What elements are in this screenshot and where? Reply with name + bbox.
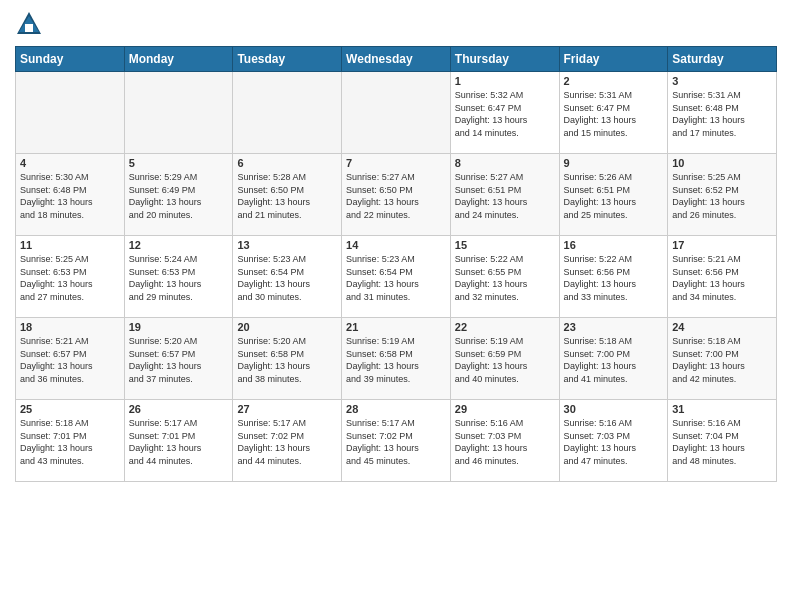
calendar-cell: 8Sunrise: 5:27 AM Sunset: 6:51 PM Daylig… [450,154,559,236]
day-number: 21 [346,321,446,333]
day-number: 9 [564,157,664,169]
day-info: Sunrise: 5:25 AM Sunset: 6:52 PM Dayligh… [672,171,772,221]
calendar-cell: 10Sunrise: 5:25 AM Sunset: 6:52 PM Dayli… [668,154,777,236]
calendar-cell: 2Sunrise: 5:31 AM Sunset: 6:47 PM Daylig… [559,72,668,154]
day-number: 25 [20,403,120,415]
calendar-cell [342,72,451,154]
calendar-cell: 28Sunrise: 5:17 AM Sunset: 7:02 PM Dayli… [342,400,451,482]
day-number: 7 [346,157,446,169]
calendar-cell: 20Sunrise: 5:20 AM Sunset: 6:58 PM Dayli… [233,318,342,400]
day-info: Sunrise: 5:20 AM Sunset: 6:58 PM Dayligh… [237,335,337,385]
calendar-table: SundayMondayTuesdayWednesdayThursdayFrid… [15,46,777,482]
day-number: 5 [129,157,229,169]
day-number: 22 [455,321,555,333]
day-info: Sunrise: 5:16 AM Sunset: 7:04 PM Dayligh… [672,417,772,467]
day-number: 17 [672,239,772,251]
day-info: Sunrise: 5:26 AM Sunset: 6:51 PM Dayligh… [564,171,664,221]
day-number: 11 [20,239,120,251]
day-info: Sunrise: 5:16 AM Sunset: 7:03 PM Dayligh… [455,417,555,467]
svg-rect-2 [25,24,33,32]
day-info: Sunrise: 5:17 AM Sunset: 7:02 PM Dayligh… [346,417,446,467]
calendar-cell: 5Sunrise: 5:29 AM Sunset: 6:49 PM Daylig… [124,154,233,236]
day-number: 4 [20,157,120,169]
calendar-cell: 15Sunrise: 5:22 AM Sunset: 6:55 PM Dayli… [450,236,559,318]
day-info: Sunrise: 5:31 AM Sunset: 6:47 PM Dayligh… [564,89,664,139]
weekday-header-thursday: Thursday [450,47,559,72]
calendar-cell: 23Sunrise: 5:18 AM Sunset: 7:00 PM Dayli… [559,318,668,400]
day-number: 29 [455,403,555,415]
day-number: 24 [672,321,772,333]
day-number: 20 [237,321,337,333]
calendar-cell [233,72,342,154]
day-info: Sunrise: 5:31 AM Sunset: 6:48 PM Dayligh… [672,89,772,139]
logo-icon [15,10,43,38]
calendar-cell: 7Sunrise: 5:27 AM Sunset: 6:50 PM Daylig… [342,154,451,236]
day-info: Sunrise: 5:21 AM Sunset: 6:56 PM Dayligh… [672,253,772,303]
calendar-cell: 29Sunrise: 5:16 AM Sunset: 7:03 PM Dayli… [450,400,559,482]
calendar-cell: 3Sunrise: 5:31 AM Sunset: 6:48 PM Daylig… [668,72,777,154]
calendar-week-5: 25Sunrise: 5:18 AM Sunset: 7:01 PM Dayli… [16,400,777,482]
calendar-cell: 22Sunrise: 5:19 AM Sunset: 6:59 PM Dayli… [450,318,559,400]
calendar-cell: 26Sunrise: 5:17 AM Sunset: 7:01 PM Dayli… [124,400,233,482]
day-number: 3 [672,75,772,87]
calendar-week-1: 1Sunrise: 5:32 AM Sunset: 6:47 PM Daylig… [16,72,777,154]
calendar-cell: 24Sunrise: 5:18 AM Sunset: 7:00 PM Dayli… [668,318,777,400]
calendar-cell: 25Sunrise: 5:18 AM Sunset: 7:01 PM Dayli… [16,400,125,482]
day-info: Sunrise: 5:21 AM Sunset: 6:57 PM Dayligh… [20,335,120,385]
calendar-cell: 12Sunrise: 5:24 AM Sunset: 6:53 PM Dayli… [124,236,233,318]
weekday-header-wednesday: Wednesday [342,47,451,72]
calendar-cell: 4Sunrise: 5:30 AM Sunset: 6:48 PM Daylig… [16,154,125,236]
calendar-cell: 21Sunrise: 5:19 AM Sunset: 6:58 PM Dayli… [342,318,451,400]
day-number: 10 [672,157,772,169]
day-info: Sunrise: 5:23 AM Sunset: 6:54 PM Dayligh… [346,253,446,303]
day-number: 23 [564,321,664,333]
calendar-cell: 17Sunrise: 5:21 AM Sunset: 6:56 PM Dayli… [668,236,777,318]
calendar-cell: 14Sunrise: 5:23 AM Sunset: 6:54 PM Dayli… [342,236,451,318]
calendar-cell: 27Sunrise: 5:17 AM Sunset: 7:02 PM Dayli… [233,400,342,482]
day-info: Sunrise: 5:17 AM Sunset: 7:02 PM Dayligh… [237,417,337,467]
calendar-cell: 18Sunrise: 5:21 AM Sunset: 6:57 PM Dayli… [16,318,125,400]
day-info: Sunrise: 5:29 AM Sunset: 6:49 PM Dayligh… [129,171,229,221]
page-container: SundayMondayTuesdayWednesdayThursdayFrid… [0,0,792,492]
day-info: Sunrise: 5:20 AM Sunset: 6:57 PM Dayligh… [129,335,229,385]
day-number: 6 [237,157,337,169]
day-number: 16 [564,239,664,251]
calendar-cell: 16Sunrise: 5:22 AM Sunset: 6:56 PM Dayli… [559,236,668,318]
calendar-cell: 6Sunrise: 5:28 AM Sunset: 6:50 PM Daylig… [233,154,342,236]
calendar-cell: 19Sunrise: 5:20 AM Sunset: 6:57 PM Dayli… [124,318,233,400]
day-number: 19 [129,321,229,333]
calendar-header: SundayMondayTuesdayWednesdayThursdayFrid… [16,47,777,72]
day-info: Sunrise: 5:27 AM Sunset: 6:51 PM Dayligh… [455,171,555,221]
calendar-cell: 1Sunrise: 5:32 AM Sunset: 6:47 PM Daylig… [450,72,559,154]
calendar-cell: 31Sunrise: 5:16 AM Sunset: 7:04 PM Dayli… [668,400,777,482]
calendar-cell [124,72,233,154]
calendar-week-3: 11Sunrise: 5:25 AM Sunset: 6:53 PM Dayli… [16,236,777,318]
day-info: Sunrise: 5:24 AM Sunset: 6:53 PM Dayligh… [129,253,229,303]
day-info: Sunrise: 5:32 AM Sunset: 6:47 PM Dayligh… [455,89,555,139]
calendar-cell: 13Sunrise: 5:23 AM Sunset: 6:54 PM Dayli… [233,236,342,318]
logo [15,10,46,38]
calendar-cell: 11Sunrise: 5:25 AM Sunset: 6:53 PM Dayli… [16,236,125,318]
weekday-header-friday: Friday [559,47,668,72]
day-info: Sunrise: 5:19 AM Sunset: 6:58 PM Dayligh… [346,335,446,385]
day-number: 15 [455,239,555,251]
day-number: 28 [346,403,446,415]
day-info: Sunrise: 5:30 AM Sunset: 6:48 PM Dayligh… [20,171,120,221]
day-info: Sunrise: 5:28 AM Sunset: 6:50 PM Dayligh… [237,171,337,221]
day-number: 14 [346,239,446,251]
weekday-row: SundayMondayTuesdayWednesdayThursdayFrid… [16,47,777,72]
weekday-header-monday: Monday [124,47,233,72]
weekday-header-saturday: Saturday [668,47,777,72]
day-info: Sunrise: 5:19 AM Sunset: 6:59 PM Dayligh… [455,335,555,385]
day-info: Sunrise: 5:17 AM Sunset: 7:01 PM Dayligh… [129,417,229,467]
calendar-cell: 9Sunrise: 5:26 AM Sunset: 6:51 PM Daylig… [559,154,668,236]
calendar-cell [16,72,125,154]
header [15,10,777,38]
day-info: Sunrise: 5:22 AM Sunset: 6:55 PM Dayligh… [455,253,555,303]
day-info: Sunrise: 5:27 AM Sunset: 6:50 PM Dayligh… [346,171,446,221]
day-info: Sunrise: 5:22 AM Sunset: 6:56 PM Dayligh… [564,253,664,303]
day-number: 31 [672,403,772,415]
calendar-week-2: 4Sunrise: 5:30 AM Sunset: 6:48 PM Daylig… [16,154,777,236]
day-info: Sunrise: 5:25 AM Sunset: 6:53 PM Dayligh… [20,253,120,303]
day-number: 18 [20,321,120,333]
